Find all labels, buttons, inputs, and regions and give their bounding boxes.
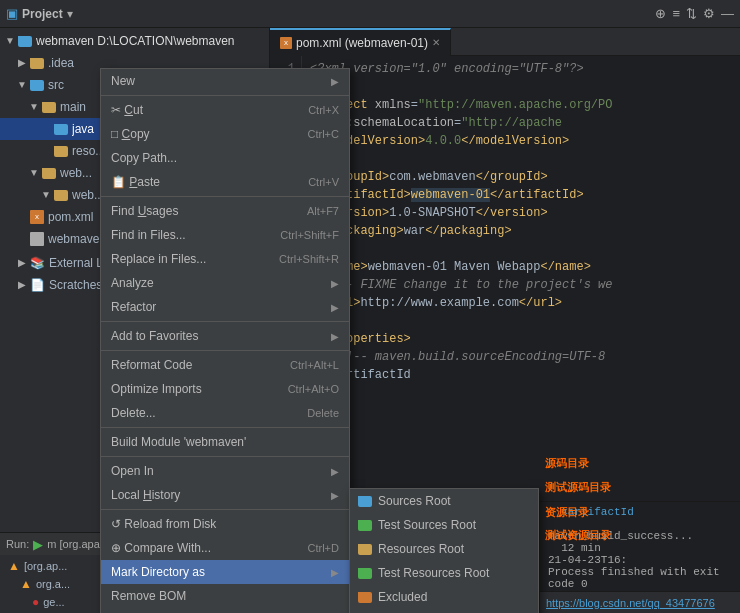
- menu-item-paste[interactable]: 📋 Paste Ctrl+V: [101, 170, 349, 194]
- local-history-arrow: ▶: [331, 490, 339, 501]
- cut-shortcut: Ctrl+X: [308, 104, 339, 116]
- code-line-1: <?xml version="1.0" encoding="UTF-8"?>: [310, 60, 732, 78]
- java-label: java: [72, 122, 94, 136]
- compare-shortcut: Ctrl+D: [308, 542, 339, 554]
- menu-item-copy[interactable]: □ Copy Ctrl+C: [101, 122, 349, 146]
- arrow-webmaven: [4, 35, 16, 47]
- menu-item-find-usages[interactable]: Find Usages Alt+F7: [101, 199, 349, 223]
- list-icon[interactable]: ≡: [672, 6, 680, 21]
- optimize-label: Optimize Imports: [111, 382, 202, 396]
- add-icon[interactable]: ⊕: [655, 6, 666, 21]
- test-resources-root-icon: [358, 568, 372, 579]
- code-line-18: artifactId: [310, 366, 732, 384]
- run-item-label-1: org.a...: [36, 578, 70, 590]
- divider-7: [101, 509, 349, 510]
- menu-item-reformat[interactable]: Reformat Code Ctrl+Alt+L: [101, 353, 349, 377]
- find-in-files-label: Find in Files...: [111, 228, 186, 242]
- output-line-2: [548, 518, 732, 530]
- copy-path-label: Copy Path...: [111, 151, 177, 165]
- menu-item-replace[interactable]: Replace in Files... Ctrl+Shift+R: [101, 247, 349, 271]
- idea-label: .idea: [48, 56, 74, 70]
- add-favorites-label: Add to Favorites: [111, 329, 198, 343]
- analyze-label: Analyze: [111, 276, 154, 290]
- menu-item-delete[interactable]: Delete... Delete: [101, 401, 349, 425]
- run-label: Run:: [6, 538, 29, 550]
- project-dropdown[interactable]: ▾: [67, 7, 73, 21]
- divider-4: [101, 350, 349, 351]
- build-module-label: Build Module 'webmaven': [111, 435, 246, 449]
- code-line-16: <properties>: [310, 330, 732, 348]
- menu-item-refactor[interactable]: Refactor ▶: [101, 295, 349, 319]
- open-in-arrow: ▶: [331, 466, 339, 477]
- code-line-3: <project xmlns="http://maven.apache.org/…: [310, 96, 732, 114]
- replace-label: Replace in Files...: [111, 252, 206, 266]
- error-icon: ●: [32, 595, 39, 609]
- output-line-6: Process finished with exit code 0: [548, 566, 732, 590]
- menu-item-analyze[interactable]: Analyze ▶: [101, 271, 349, 295]
- delete-shortcut: Delete: [307, 407, 339, 419]
- submenu-item-test-resources-root[interactable]: Test Resources Root: [350, 561, 538, 585]
- settings-icon[interactable]: ⚙: [703, 6, 715, 21]
- delete-label: Delete...: [111, 406, 156, 420]
- menu-item-copy-path[interactable]: Copy Path...: [101, 146, 349, 170]
- menu-item-new[interactable]: New ▶: [101, 69, 349, 93]
- minimize-icon[interactable]: —: [721, 6, 734, 21]
- submenu-item-resources-root[interactable]: Resources Root: [350, 537, 538, 561]
- pom-tab-label: pom.xml (webmaven-01): [296, 36, 428, 50]
- refactor-label: Refactor: [111, 300, 156, 314]
- code-line-4: xsi:schemaLocation="http://apache: [310, 114, 732, 132]
- reformat-label: Reformat Code: [111, 358, 192, 372]
- output-line-4: 12 min: [548, 542, 732, 554]
- folder-icon-idea: [30, 58, 44, 69]
- test-resources-root-label: Test Resources Root: [378, 566, 489, 580]
- resources-root-label: Resources Root: [378, 542, 464, 556]
- run-play-icon[interactable]: ▶: [33, 537, 43, 552]
- cut-label: ✂ Cut: [111, 103, 143, 117]
- menu-item-add-bom[interactable]: Add BOM: [101, 608, 349, 613]
- new-arrow: ▶: [331, 76, 339, 87]
- sources-root-label: Sources Root: [378, 494, 451, 508]
- arrow-ext: [16, 257, 28, 269]
- src-label: src: [48, 78, 64, 92]
- arrow-pom: [16, 211, 28, 223]
- menu-item-compare[interactable]: ⊕ Compare With... Ctrl+D: [101, 536, 349, 560]
- divider-1: [101, 95, 349, 96]
- run-item-label-0: [org.ap...: [24, 560, 67, 572]
- menu-item-find-in-files[interactable]: Find in Files... Ctrl+Shift+F: [101, 223, 349, 247]
- code-line-17: <!-- maven.build.sourceEncoding=UTF-8: [310, 348, 732, 366]
- local-history-label: Local History: [111, 488, 180, 502]
- menu-item-remove-bom[interactable]: Remove BOM: [101, 584, 349, 608]
- menu-item-reload[interactable]: ↺ Reload from Disk: [101, 512, 349, 536]
- url-link[interactable]: https://blog.csdn.net/qq_43477676: [546, 597, 715, 609]
- output-line-5: 21-04-23T16:: [548, 554, 732, 566]
- menu-item-cut[interactable]: ✂ Cut Ctrl+X: [101, 98, 349, 122]
- menu-item-open-in[interactable]: Open In ▶: [101, 459, 349, 483]
- menu-item-local-history[interactable]: Local History ▶: [101, 483, 349, 507]
- submenu-item-test-sources-root[interactable]: Test Sources Root: [350, 513, 538, 537]
- main-label: main: [60, 100, 86, 114]
- favorites-arrow: ▶: [331, 331, 339, 342]
- menu-item-add-favorites[interactable]: Add to Favorites ▶: [101, 324, 349, 348]
- menu-item-build-module[interactable]: Build Module 'webmaven': [101, 430, 349, 454]
- submenu-item-sources-root[interactable]: Sources Root: [350, 489, 538, 513]
- arrow-iml: [16, 233, 28, 245]
- folder-icon-java: [54, 124, 68, 135]
- remove-bom-label: Remove BOM: [111, 589, 186, 603]
- copy-label: □ Copy: [111, 127, 150, 141]
- menu-item-mark-directory[interactable]: Mark Directory as ▶: [101, 560, 349, 584]
- pom-tab-close[interactable]: ✕: [432, 37, 440, 48]
- sort-icon[interactable]: ⇅: [686, 6, 697, 21]
- open-in-label: Open In: [111, 464, 154, 478]
- tree-item-webmaven[interactable]: webmaven D:\LOCATION\webmaven: [0, 30, 269, 52]
- folder-icon-webapp2: [42, 168, 56, 179]
- divider-2: [101, 196, 349, 197]
- output-line-1: <artifactId: [548, 506, 732, 518]
- compare-label: ⊕ Compare With...: [111, 541, 211, 555]
- submenu-item-generated-sources[interactable]: Generated Sources Root: [350, 609, 538, 613]
- code-line-12: <name>webmaven-01 Maven Webapp</name>: [310, 258, 732, 276]
- submenu-item-excluded[interactable]: Excluded: [350, 585, 538, 609]
- editor-tab-pom[interactable]: x pom.xml (webmaven-01) ✕: [270, 28, 451, 56]
- menu-item-optimize[interactable]: Optimize Imports Ctrl+Alt+O: [101, 377, 349, 401]
- code-line-10: <packaging>war</packaging>: [310, 222, 732, 240]
- arrow-scratches: [16, 279, 28, 291]
